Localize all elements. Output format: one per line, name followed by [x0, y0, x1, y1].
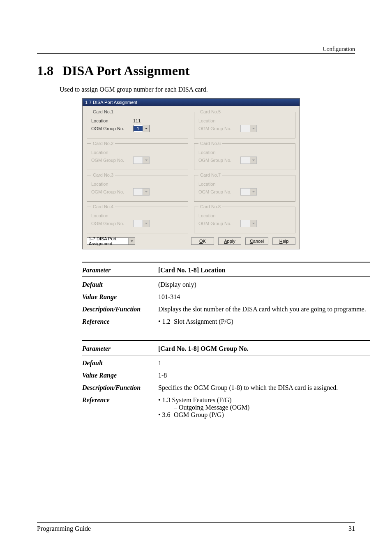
card-2-location-label: Location	[91, 150, 129, 155]
cancel-button[interactable]: Cancel	[245, 237, 268, 245]
param-label: Parameter	[82, 267, 158, 274]
default-value: 1	[158, 359, 370, 367]
ref-line-1: • 1.3 System Features (F/G)	[158, 396, 370, 404]
card-5-legend: Card No.5	[198, 109, 222, 114]
chevron-down-icon	[250, 189, 256, 195]
chevron-down-icon	[128, 238, 135, 244]
page-number: 31	[348, 525, 355, 532]
page-footer: Programming Guide 31	[37, 522, 355, 532]
section-title-text: DISA Port Assignment	[62, 63, 189, 78]
chevron-down-icon	[250, 125, 256, 132]
param-value: [Card No. 1-8] OGM Group No.	[158, 345, 249, 352]
card-5-group: Card No.5 Location OGM Group No.	[194, 109, 295, 138]
default-label: Default	[82, 281, 158, 288]
chevron-down-icon	[143, 189, 149, 195]
section-heading: 1.8DISA Port Assignment	[37, 63, 355, 78]
card-6-legend: Card No.6	[198, 141, 222, 146]
default-value: (Display only)	[158, 281, 370, 288]
card-6-group: Card No.6 Location OGM Group No.	[194, 141, 295, 170]
card-7-ogm-select	[240, 188, 257, 196]
range-label: Value Range	[82, 372, 158, 379]
desc-label: Description/Function	[82, 306, 158, 313]
card-3-ogm-label: OGM Group No.	[91, 189, 129, 194]
card-1-legend: Card No.1	[91, 109, 115, 114]
param-label: Parameter	[82, 345, 158, 352]
card-4-ogm-select	[133, 220, 150, 227]
page-select-value: 1-7 DISA Port Assignment	[87, 236, 128, 246]
card-7-legend: Card No.7	[198, 173, 222, 177]
card-5-ogm-select	[240, 125, 257, 132]
top-rule	[37, 53, 355, 54]
dialog-titlebar: 1-7 DISA Port Assignment	[83, 99, 300, 106]
lead-paragraph: Used to assign OGM group number for each…	[60, 86, 355, 93]
card-6-location-label: Location	[198, 150, 236, 155]
ref-label: Reference	[82, 318, 158, 325]
card-1-location-label: Location	[91, 118, 129, 123]
card-3-group: Card No.3 Location OGM Group No.	[87, 173, 188, 202]
card-4-group: Card No.4 Location OGM Group No.	[87, 204, 188, 233]
desc-label: Description/Function	[82, 384, 158, 391]
card-7-location-label: Location	[198, 182, 236, 187]
card-7-group: Card No.7 Location OGM Group No.	[194, 173, 295, 202]
desc-value: Displays the slot number of the DISA car…	[158, 306, 370, 313]
card-8-location-label: Location	[198, 213, 236, 218]
card-2-group: Card No.2 Location OGM Group No.	[87, 141, 188, 170]
ref-bullet: • 1.2	[158, 318, 174, 325]
card-5-location-label: Location	[198, 118, 236, 123]
ref-text: Slot Assignment (P/G)	[174, 318, 233, 325]
card-3-ogm-select	[133, 188, 150, 196]
ok-button[interactable]: OK	[191, 237, 214, 245]
apply-button[interactable]: Apply	[218, 237, 241, 245]
ref-label: Reference	[82, 396, 158, 419]
ref-text-2: OGM Group (P/G)	[174, 411, 224, 419]
chevron-down-icon	[143, 125, 149, 132]
range-value: 1-8	[158, 372, 370, 379]
card-1-ogm-value: 1	[134, 126, 143, 131]
card-8-group: Card No.8 Location OGM Group No.	[194, 204, 295, 233]
desc-value: Specifies the OGM Group (1-8) to which t…	[158, 384, 370, 391]
footer-left: Programming Guide	[37, 525, 91, 532]
card-8-legend: Card No.8	[198, 204, 222, 209]
running-head: Configuration	[323, 46, 355, 53]
card-2-legend: Card No.2	[91, 141, 115, 146]
card-4-location-label: Location	[91, 213, 129, 218]
card-8-ogm-label: OGM Group No.	[198, 221, 236, 226]
card-2-ogm-select	[133, 157, 150, 164]
ref-line-2: – Outgoing Message (OGM)	[158, 404, 370, 411]
range-value: 101-314	[158, 293, 370, 301]
disa-port-assignment-dialog: 1-7 DISA Port Assignment Card No.1 Locat…	[82, 98, 300, 249]
chevron-down-icon	[143, 220, 149, 227]
card-4-ogm-label: OGM Group No.	[91, 221, 129, 226]
card-3-location-label: Location	[91, 182, 129, 187]
chevron-down-icon	[250, 220, 256, 227]
ref-bullet-2: • 3.6	[158, 411, 174, 419]
card-7-ogm-label: OGM Group No.	[198, 189, 236, 194]
range-label: Value Range	[82, 293, 158, 301]
param-value: [Card No. 1-8] Location	[158, 267, 226, 274]
page-select[interactable]: 1-7 DISA Port Assignment	[87, 237, 135, 245]
chevron-down-icon	[250, 157, 256, 164]
card-6-ogm-select	[240, 157, 257, 164]
card-4-legend: Card No.4	[91, 204, 115, 209]
card-8-ogm-select	[240, 220, 257, 227]
card-1-group: Card No.1 Location 111 OGM Group No. 1	[87, 109, 188, 138]
card-3-legend: Card No.3	[91, 173, 115, 177]
param-table-ogm: Parameter [Card No. 1-8] OGM Group No. D…	[82, 340, 370, 421]
card-6-ogm-label: OGM Group No.	[198, 158, 236, 163]
default-label: Default	[82, 359, 158, 367]
card-1-ogm-label: OGM Group No.	[91, 126, 129, 131]
param-table-location: Parameter [Card No. 1-8] Location Defaul…	[82, 262, 370, 328]
card-1-location-value: 111	[133, 118, 141, 123]
help-button[interactable]: Help	[272, 237, 295, 245]
card-1-ogm-select[interactable]: 1	[133, 125, 150, 132]
card-5-ogm-label: OGM Group No.	[198, 126, 236, 131]
section-number: 1.8	[37, 63, 53, 78]
chevron-down-icon	[143, 157, 149, 164]
card-2-ogm-label: OGM Group No.	[91, 158, 129, 163]
